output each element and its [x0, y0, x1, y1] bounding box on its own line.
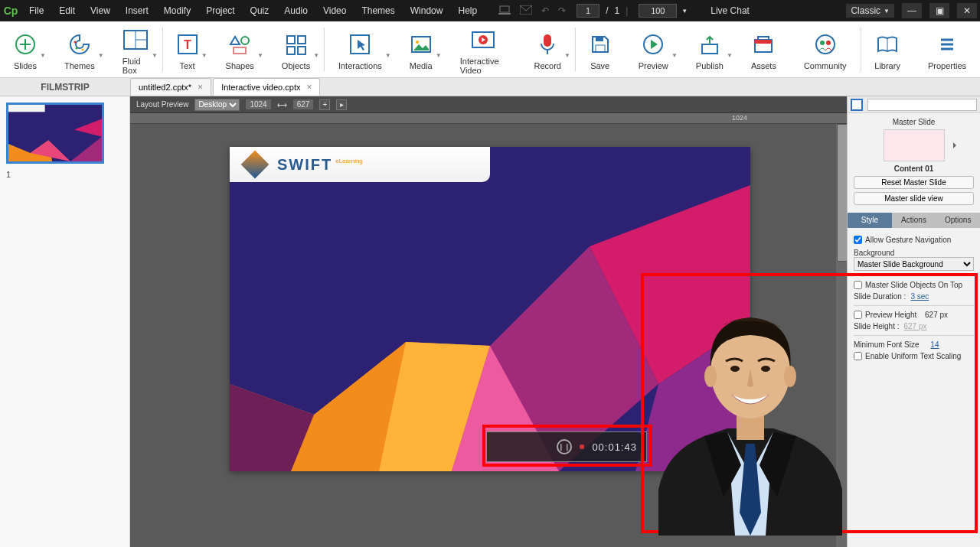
ruler: 1024 — [130, 113, 847, 124]
cube-icon — [241, 151, 270, 179]
master-thumb[interactable] — [884, 129, 945, 161]
ribbon-record-label: Record — [534, 61, 560, 70]
page-sep: / — [606, 5, 608, 16]
page-total: 1 — [615, 5, 620, 16]
menu-quiz[interactable]: Quiz — [243, 5, 277, 16]
tab-bar: FILMSTRIP untitled2.cptx* × Interactive … — [0, 78, 980, 96]
objs-on-top-label: Master Slide Objects On Top — [865, 281, 962, 289]
svg-rect-0 — [500, 6, 509, 12]
ribbon-interactions-label: Interactions — [338, 61, 382, 70]
ribbon-interactions[interactable]: Interactions▼ — [325, 21, 396, 77]
reset-master-button[interactable]: Reset Master Slide — [854, 176, 974, 189]
ribbon-properties[interactable]: Properties — [914, 21, 980, 77]
menu-modify[interactable]: Modify — [156, 5, 198, 16]
svg-rect-30 — [596, 45, 605, 52]
ribbon-preview[interactable]: Preview▼ — [625, 21, 682, 77]
brand-sub: eLearning — [335, 158, 363, 164]
gesture-checkbox[interactable] — [854, 236, 862, 244]
ribbon-library[interactable]: Library — [861, 21, 914, 77]
menu-themes[interactable]: Themes — [354, 5, 402, 16]
ribbon-ivideo[interactable]: Interactive Video — [446, 21, 521, 77]
ribbon-media[interactable]: Media▼ — [396, 21, 446, 77]
doc-tab-1[interactable]: untitled2.cptx* × — [130, 78, 211, 96]
master-view-button[interactable]: Master slide view — [854, 192, 974, 205]
preview-height-checkbox[interactable] — [854, 311, 862, 319]
envelope-icon[interactable] — [520, 5, 532, 17]
menu-help[interactable]: Help — [450, 5, 485, 16]
svg-rect-19 — [287, 47, 295, 54]
svg-rect-20 — [298, 47, 305, 54]
min-font-value[interactable]: 14 — [930, 340, 939, 349]
svg-point-23 — [416, 41, 419, 44]
ribbon-community[interactable]: Community — [790, 21, 861, 77]
tab-style[interactable]: Style — [848, 213, 892, 228]
svg-point-36 — [816, 35, 835, 54]
ribbon-save-label: Save — [590, 61, 609, 70]
svg-rect-18 — [298, 36, 305, 44]
tab-actions[interactable]: Actions — [892, 213, 936, 228]
preview-height-value[interactable]: 627 px — [925, 311, 948, 319]
menu-project[interactable]: Project — [198, 5, 242, 16]
maximize-button[interactable]: ▣ — [929, 3, 949, 18]
menu-audio[interactable]: Audio — [276, 5, 315, 16]
ribbon-themes-label: Themes — [64, 61, 95, 70]
menu-insert[interactable]: Insert — [118, 5, 156, 16]
ribbon-text[interactable]: T Text▼ — [163, 21, 212, 77]
ruler-mark: 1024 — [732, 114, 747, 122]
person-image — [651, 283, 850, 536]
ribbon-properties-label: Properties — [928, 61, 966, 70]
page-input[interactable] — [577, 4, 599, 18]
tab-options[interactable]: Options — [936, 213, 980, 228]
menu-window[interactable]: Window — [403, 5, 451, 16]
menu-view[interactable]: View — [83, 5, 118, 16]
object-type-icon[interactable] — [851, 99, 863, 111]
close-button[interactable]: ✕ — [957, 3, 977, 18]
zoom-input[interactable] — [639, 4, 677, 18]
slide-thumb-num: 1 — [6, 170, 123, 179]
canvas-toolbar: Layout Preview Desktop 1024 ⟷ 627 + ▸ — [130, 96, 847, 113]
ribbon-shapes-label: Shapes — [226, 61, 254, 70]
ribbon-slides[interactable]: Slides▼ — [0, 21, 51, 77]
ribbon-assets[interactable]: Assets — [737, 21, 790, 77]
layout-picker[interactable]: Classic ▼ — [846, 4, 894, 18]
ribbon-shapes[interactable]: Shapes▼ — [212, 21, 268, 77]
menu-edit[interactable]: Edit — [51, 5, 83, 16]
close-tab-icon[interactable]: × — [306, 82, 312, 93]
close-tab-icon[interactable]: × — [198, 82, 203, 93]
menu-file[interactable]: File — [21, 5, 51, 16]
ribbon-publish[interactable]: Publish▼ — [682, 21, 737, 77]
uniform-checkbox[interactable] — [854, 352, 862, 360]
live-chat-link[interactable]: Live Chat — [710, 5, 750, 16]
undo-icon[interactable]: ↶ — [541, 5, 549, 16]
svg-point-61 — [730, 366, 740, 372]
menu-video[interactable]: Video — [315, 5, 354, 16]
svg-point-62 — [761, 366, 770, 372]
object-name-input[interactable] — [867, 99, 977, 111]
ribbon-publish-label: Publish — [696, 61, 724, 70]
app-logo: Cp — [0, 0, 21, 21]
background-label: Background — [854, 249, 974, 257]
svg-text:T: T — [184, 38, 191, 51]
ribbon-save[interactable]: Save — [576, 21, 625, 77]
svg-point-7 — [75, 47, 77, 49]
slide-thumb-1[interactable] — [6, 103, 104, 164]
title-bar: Cp File Edit View Insert Modify Project … — [0, 0, 980, 21]
slide-duration-value[interactable]: 3 sec — [910, 292, 929, 301]
uniform-label: Enable Uniform Text Scaling — [865, 352, 961, 360]
ribbon-record[interactable]: Record▼ — [520, 21, 574, 77]
background-select[interactable]: Master Slide Background — [854, 257, 974, 271]
minimize-button[interactable]: — — [902, 3, 922, 18]
play-icon[interactable]: ▸ — [336, 99, 347, 110]
redo-icon[interactable]: ↷ — [558, 5, 566, 16]
ribbon-fluidbox[interactable]: Fluid Box▼ — [109, 21, 162, 77]
zoom-dd-icon[interactable]: ▼ — [681, 8, 688, 15]
preview-height-label: Preview Height — [865, 311, 916, 319]
ribbon-objects[interactable]: Objects▼ — [268, 21, 324, 77]
doc-tab-2[interactable]: Interactive video.cptx × — [213, 78, 320, 96]
ribbon-community-label: Community — [804, 61, 847, 70]
laptop-icon[interactable] — [498, 5, 511, 17]
device-select[interactable]: Desktop — [194, 99, 240, 111]
objs-on-top-checkbox[interactable] — [854, 281, 862, 289]
add-breakpoint-icon[interactable]: + — [319, 99, 330, 110]
ribbon-themes[interactable]: Themes▼ — [51, 21, 109, 77]
